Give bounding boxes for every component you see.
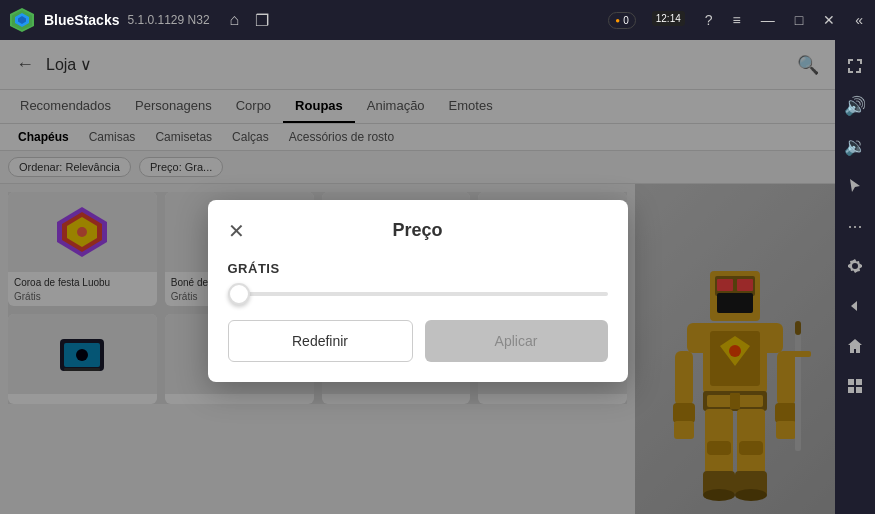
slider-track[interactable] xyxy=(228,292,608,296)
volume-up-button[interactable]: 🔊 xyxy=(837,88,873,124)
modal-header: ✕ Preço xyxy=(228,220,608,241)
app-name: BlueStacks xyxy=(44,12,119,28)
price-label: GRÁTIS xyxy=(228,261,608,276)
modal-close-button[interactable]: ✕ xyxy=(228,219,245,243)
modal-title: Preço xyxy=(228,220,608,241)
back-arrow-button[interactable]: « xyxy=(851,10,867,30)
titlebar: BlueStacks 5.1.0.1129 N32 ⌂ ❐ ● 0 12:14 … xyxy=(0,0,875,40)
home-sidebar-button[interactable] xyxy=(837,328,873,364)
menu-button[interactable]: ≡ xyxy=(729,10,745,30)
main-area: ← Loja ∨ 🔍 Recomendados Personagens Corp… xyxy=(0,40,835,514)
minimize-button[interactable]: — xyxy=(757,10,779,30)
fullscreen-button[interactable] xyxy=(837,48,873,84)
layers-nav-icon[interactable]: ❐ xyxy=(255,11,269,30)
time-display: 12:14 xyxy=(652,11,685,26)
app-version: 5.1.0.1129 N32 xyxy=(127,13,209,27)
bluestacks-logo xyxy=(8,6,36,34)
notification-badge[interactable]: ● 0 xyxy=(608,12,635,29)
svg-rect-63 xyxy=(856,379,862,385)
volume-down-button[interactable]: 🔉 xyxy=(837,128,873,164)
slider-thumb[interactable] xyxy=(228,283,250,305)
reset-button[interactable]: Redefinir xyxy=(228,320,413,362)
titlebar-controls: ● 0 12:14 xyxy=(608,11,684,30)
slider-container xyxy=(228,292,608,296)
nav-icons: ⌂ ❐ xyxy=(230,11,270,30)
modal-buttons: Redefinir Aplicar xyxy=(228,320,608,362)
notification-count: 0 xyxy=(623,15,629,26)
svg-rect-65 xyxy=(856,387,862,393)
dot-icon: ● xyxy=(615,16,620,25)
svg-rect-64 xyxy=(848,387,854,393)
close-button[interactable]: ✕ xyxy=(819,10,839,30)
modal-overlay[interactable]: ✕ Preço GRÁTIS Redefinir Aplicar xyxy=(0,40,835,514)
cursor-button[interactable] xyxy=(837,168,873,204)
svg-rect-62 xyxy=(848,379,854,385)
apps-sidebar-button[interactable] xyxy=(837,368,873,404)
maximize-button[interactable]: □ xyxy=(791,10,807,30)
price-modal: ✕ Preço GRÁTIS Redefinir Aplicar xyxy=(208,200,628,382)
back-sidebar-button[interactable] xyxy=(837,288,873,324)
apply-button[interactable]: Aplicar xyxy=(425,320,608,362)
window-controls: ? ≡ — □ ✕ « xyxy=(701,10,867,30)
right-sidebar: 🔊 🔉 ··· xyxy=(835,40,875,514)
more-options-button[interactable]: ··· xyxy=(837,208,873,244)
home-nav-icon[interactable]: ⌂ xyxy=(230,11,240,29)
help-button[interactable]: ? xyxy=(701,10,717,30)
settings-button[interactable] xyxy=(837,248,873,284)
